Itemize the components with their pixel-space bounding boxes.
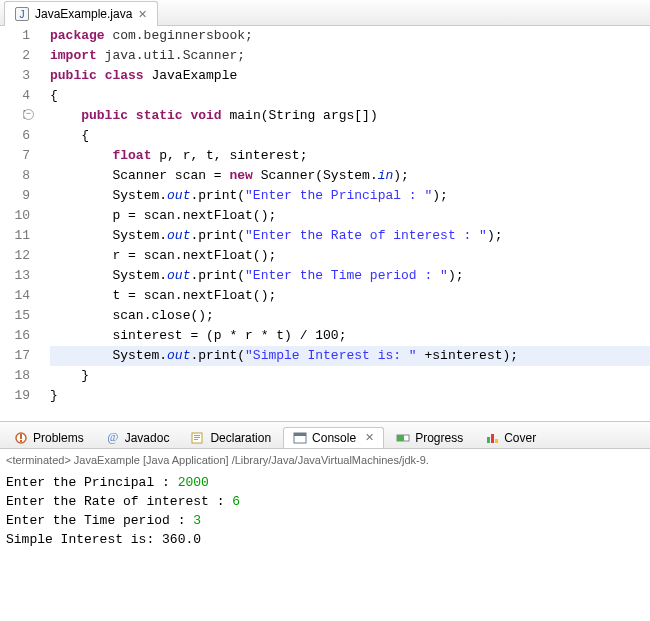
code-line[interactable]: System.out.print("Enter the Time period … bbox=[50, 266, 650, 286]
tab-label: Progress bbox=[415, 431, 463, 445]
tab-problems[interactable]: Problems bbox=[4, 427, 94, 449]
code-line[interactable]: } bbox=[50, 386, 650, 406]
code-line[interactable]: t = scan.nextFloat(); bbox=[50, 286, 650, 306]
svg-rect-10 bbox=[397, 435, 404, 441]
code-line[interactable]: System.out.print("Enter the Principal : … bbox=[50, 186, 650, 206]
code-editor[interactable]: 1 2 3 4 5− 6 7 8 9 10 11 12 13 14 15 16 … bbox=[0, 26, 650, 421]
code-line[interactable]: float p, r, t, sinterest; bbox=[50, 146, 650, 166]
line-number: 16 bbox=[0, 326, 30, 346]
tab-console[interactable]: Console ✕ bbox=[283, 427, 384, 449]
line-gutter: 1 2 3 4 5− 6 7 8 9 10 11 12 13 14 15 16 … bbox=[0, 26, 40, 421]
svg-rect-2 bbox=[20, 440, 22, 442]
line-number: 5− bbox=[0, 106, 30, 126]
console-status: <terminated> JavaExample [Java Applicati… bbox=[6, 451, 644, 470]
close-icon[interactable]: ✕ bbox=[138, 8, 147, 21]
line-number: 14 bbox=[0, 286, 30, 306]
svg-rect-1 bbox=[20, 434, 22, 439]
console-line: Enter the Time period : 3 bbox=[6, 511, 644, 530]
code-line[interactable]: public static void main(String args[]) bbox=[50, 106, 650, 126]
line-number: 3 bbox=[0, 66, 30, 86]
editor-tab-javaexample[interactable]: J JavaExample.java ✕ bbox=[4, 1, 158, 26]
line-number: 17 bbox=[0, 346, 30, 366]
tab-label: Declaration bbox=[210, 431, 271, 445]
java-file-icon: J bbox=[15, 7, 29, 21]
code-line[interactable]: } bbox=[50, 366, 650, 386]
editor-tab-title: JavaExample.java bbox=[35, 7, 132, 21]
console-view[interactable]: <terminated> JavaExample [Java Applicati… bbox=[0, 449, 650, 621]
close-icon[interactable]: ✕ bbox=[365, 431, 374, 444]
svg-rect-11 bbox=[487, 437, 490, 443]
line-number: 7 bbox=[0, 146, 30, 166]
code-line[interactable]: p = scan.nextFloat(); bbox=[50, 206, 650, 226]
tab-declaration[interactable]: Declaration bbox=[181, 427, 281, 449]
declaration-icon bbox=[191, 431, 205, 445]
line-number: 19 bbox=[0, 386, 30, 406]
code-line[interactable]: public class JavaExample bbox=[50, 66, 650, 86]
line-number: 18 bbox=[0, 366, 30, 386]
line-number: 13 bbox=[0, 266, 30, 286]
code-line[interactable]: System.out.print("Enter the Rate of inte… bbox=[50, 226, 650, 246]
tab-label: Javadoc bbox=[125, 431, 170, 445]
line-number: 12 bbox=[0, 246, 30, 266]
line-number: 2 bbox=[0, 46, 30, 66]
code-line[interactable]: package com.beginnersbook; bbox=[50, 26, 650, 46]
code-line[interactable]: sinterest = (p * r * t) / 100; bbox=[50, 326, 650, 346]
problems-icon bbox=[14, 431, 28, 445]
tab-cover[interactable]: Cover bbox=[475, 427, 546, 449]
svg-rect-13 bbox=[495, 439, 498, 443]
line-number: 1 bbox=[0, 26, 30, 46]
tab-label: Problems bbox=[33, 431, 84, 445]
line-number: 6 bbox=[0, 126, 30, 146]
line-number: 8 bbox=[0, 166, 30, 186]
code-line[interactable]: scan.close(); bbox=[50, 306, 650, 326]
code-line[interactable]: import java.util.Scanner; bbox=[50, 46, 650, 66]
line-number: 9 bbox=[0, 186, 30, 206]
line-number: 4 bbox=[0, 86, 30, 106]
coverage-icon bbox=[485, 431, 499, 445]
tab-label: Console bbox=[312, 431, 356, 445]
svg-rect-6 bbox=[194, 439, 198, 440]
code-lines[interactable]: package com.beginnersbook; import java.u… bbox=[40, 26, 650, 421]
svg-rect-4 bbox=[194, 435, 200, 436]
code-line[interactable]: Scanner scan = new Scanner(System.in); bbox=[50, 166, 650, 186]
console-line: Enter the Principal : 2000 bbox=[6, 473, 644, 492]
console-icon bbox=[293, 431, 307, 445]
svg-rect-12 bbox=[491, 434, 494, 443]
views-tab-bar: Problems @ Javadoc Declaration Console ✕… bbox=[0, 421, 650, 449]
code-line-current[interactable]: System.out.print("Simple Interest is: " … bbox=[50, 346, 650, 366]
line-number: 10 bbox=[0, 206, 30, 226]
code-line[interactable]: { bbox=[50, 86, 650, 106]
console-line: Enter the Rate of interest : 6 bbox=[6, 492, 644, 511]
editor-tab-bar: J JavaExample.java ✕ bbox=[0, 0, 650, 26]
code-line[interactable]: r = scan.nextFloat(); bbox=[50, 246, 650, 266]
progress-icon bbox=[396, 431, 410, 445]
svg-rect-8 bbox=[294, 433, 306, 436]
svg-rect-5 bbox=[194, 437, 200, 438]
code-line[interactable]: { bbox=[50, 126, 650, 146]
tab-progress[interactable]: Progress bbox=[386, 427, 473, 449]
console-line: Simple Interest is: 360.0 bbox=[6, 530, 644, 549]
line-number: 15 bbox=[0, 306, 30, 326]
tab-label: Cover bbox=[504, 431, 536, 445]
fold-toggle-icon[interactable]: − bbox=[23, 109, 34, 120]
line-number: 11 bbox=[0, 226, 30, 246]
tab-javadoc[interactable]: @ Javadoc bbox=[96, 427, 180, 449]
javadoc-icon: @ bbox=[106, 431, 120, 445]
